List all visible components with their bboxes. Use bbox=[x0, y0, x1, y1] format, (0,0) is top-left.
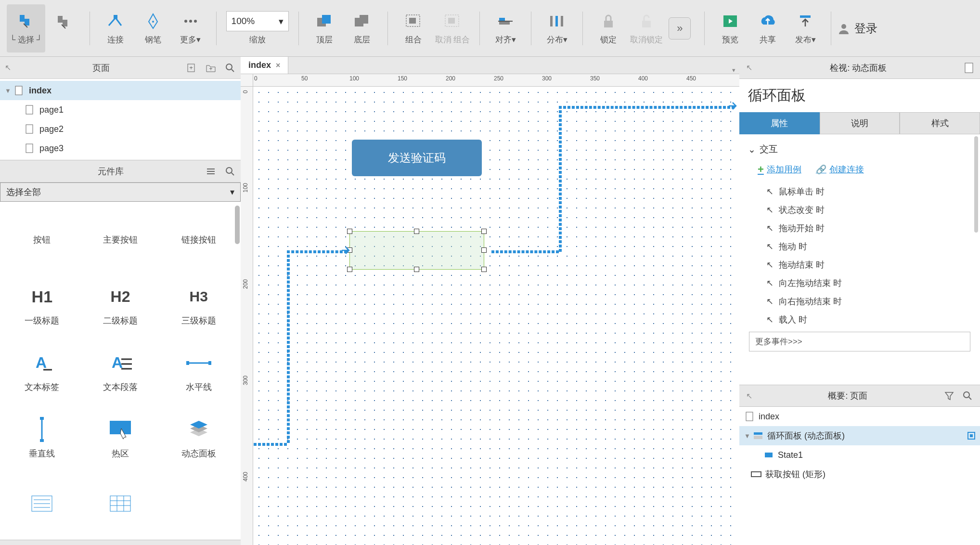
chevron-down-icon[interactable]: ▾ bbox=[732, 66, 735, 74]
widget-extra1[interactable] bbox=[5, 472, 79, 535]
widget-hline[interactable]: 水平线 bbox=[161, 339, 236, 402]
ungroup-button[interactable]: 取消 组合 bbox=[432, 4, 473, 52]
close-tab-icon[interactable]: × bbox=[276, 61, 280, 70]
lock-button[interactable]: 锁定 bbox=[590, 4, 627, 52]
event-onswipeleft[interactable]: ↖向左拖动结束 时 bbox=[748, 274, 971, 292]
horizontal-ruler[interactable]: 0 50 100 150 200 250 300 350 400 450 bbox=[253, 74, 739, 87]
page-item-page1[interactable]: page1 bbox=[0, 100, 241, 119]
widget-link-button[interactable]: 链接按钮 bbox=[161, 207, 236, 269]
widget-extra2[interactable] bbox=[83, 472, 158, 535]
chevron-down-icon[interactable]: ▼ bbox=[744, 432, 753, 440]
widget-hotspot[interactable]: 热区 bbox=[83, 406, 158, 468]
pen-icon bbox=[142, 11, 164, 31]
svg-point-5 bbox=[152, 21, 154, 23]
widget-paragraph[interactable]: A文本段落 bbox=[83, 339, 158, 402]
svg-rect-16 bbox=[448, 18, 455, 24]
popout-icon[interactable]: ↖ bbox=[5, 63, 16, 72]
tab-notes[interactable]: 说明 bbox=[820, 112, 900, 134]
interactions-section[interactable]: ⌄ 交互 bbox=[748, 139, 971, 159]
scrollbar[interactable] bbox=[235, 206, 240, 244]
filter-icon[interactable] bbox=[943, 390, 955, 402]
zoom-input[interactable]: 100%▾ bbox=[226, 11, 289, 31]
pen-tool[interactable]: 钢笔 bbox=[134, 4, 172, 52]
widget-name-field[interactable]: 循环面板 bbox=[739, 79, 980, 112]
select-tool[interactable]: └ 选择 ┘ bbox=[7, 4, 45, 52]
more-tool[interactable]: 更多▾ bbox=[172, 4, 209, 52]
page-item-index[interactable]: ▼ index bbox=[0, 81, 241, 100]
widget-h2[interactable]: H2二级标题 bbox=[83, 273, 158, 336]
selected-dynamic-panel[interactable] bbox=[349, 231, 484, 270]
scrollbar[interactable] bbox=[974, 136, 978, 233]
svg-line-71 bbox=[969, 397, 971, 400]
select2-tool[interactable]: x bbox=[45, 4, 83, 52]
publish-icon bbox=[794, 11, 816, 31]
event-onswiperight[interactable]: ↖向右拖动结束 时 bbox=[748, 292, 971, 311]
connector-line bbox=[253, 443, 287, 446]
preview-button[interactable]: 预览 bbox=[711, 4, 749, 52]
event-onpanelstatechange[interactable]: ↖状态改变 时 bbox=[748, 201, 971, 219]
overflow-button[interactable]: » bbox=[669, 17, 691, 39]
library-selector[interactable]: 选择全部 ▾ bbox=[0, 182, 241, 202]
widget-label[interactable]: A文本标签 bbox=[5, 339, 79, 402]
outline-item-state1[interactable]: State1 bbox=[739, 445, 980, 465]
event-onclick[interactable]: ↖鼠标单击 时 bbox=[748, 182, 971, 201]
popout-icon[interactable]: ↖ bbox=[746, 63, 752, 72]
canvas-widget-button[interactable]: 发送验证码 bbox=[352, 140, 482, 176]
front-button[interactable]: 顶层 bbox=[306, 4, 343, 52]
widget-h3[interactable]: H3三级标题 bbox=[161, 273, 236, 336]
pages-panel: ↖ 页面 + + ▼ index page1 page2 bbox=[0, 57, 241, 160]
share-button[interactable]: 共享 bbox=[749, 4, 787, 52]
chevron-down-icon: ▾ bbox=[563, 35, 567, 44]
more-events-button[interactable]: 更多事件>>> bbox=[749, 332, 970, 351]
tab-properties[interactable]: 属性 bbox=[739, 112, 820, 134]
inspector-tabs: 属性 说明 样式 bbox=[739, 112, 980, 134]
outline-item-panel[interactable]: ▼ 循环面板 (动态面板) bbox=[739, 426, 980, 445]
page-item-page3[interactable]: page3 bbox=[0, 139, 241, 158]
search-icon[interactable] bbox=[962, 390, 973, 402]
widget-dynamic-panel[interactable]: 动态面板 bbox=[161, 406, 236, 468]
group-button[interactable]: 组合 bbox=[395, 4, 432, 52]
event-ondragdrop[interactable]: ↖拖动结束 时 bbox=[748, 256, 971, 274]
widget-h1[interactable]: H1一级标题 bbox=[5, 273, 79, 336]
add-folder-icon[interactable]: + bbox=[205, 62, 217, 74]
add-page-icon[interactable]: + bbox=[186, 62, 197, 74]
search-icon[interactable] bbox=[224, 166, 236, 177]
svg-rect-26 bbox=[800, 15, 811, 18]
page-item-page2[interactable]: page2 bbox=[0, 119, 241, 139]
cursor-icon: ↖ bbox=[765, 187, 774, 196]
publish-button[interactable]: 发布▾ bbox=[787, 4, 824, 52]
tab-index[interactable]: index × bbox=[241, 56, 288, 74]
distribute-button[interactable]: 分布▾ bbox=[538, 4, 576, 52]
login-button[interactable]: 登录 bbox=[835, 17, 880, 40]
menu-icon[interactable] bbox=[205, 166, 217, 177]
tab-style[interactable]: 样式 bbox=[900, 112, 980, 134]
event-onload[interactable]: ↖载入 时 bbox=[748, 311, 971, 329]
widget-button[interactable]: 按钮 bbox=[5, 207, 79, 269]
zoom-control[interactable]: 100%▾ 缩放 bbox=[223, 4, 292, 52]
svg-rect-73 bbox=[754, 432, 762, 435]
widget-primary-button[interactable]: 主要按钮 bbox=[83, 207, 158, 269]
state-icon bbox=[763, 452, 774, 458]
create-link-link[interactable]: 🔗创建连接 bbox=[816, 163, 864, 176]
widget-vline[interactable]: 垂直线 bbox=[5, 406, 79, 468]
align-button[interactable]: 对齐▾ bbox=[487, 4, 524, 52]
unlock-button[interactable]: 取消锁定 bbox=[627, 4, 666, 52]
chevron-down-icon[interactable]: ▼ bbox=[5, 87, 13, 94]
svg-text:+: + bbox=[209, 65, 212, 72]
connect-tool[interactable]: 连接 bbox=[97, 4, 134, 52]
canvas[interactable]: 发送验证码 bbox=[253, 87, 739, 545]
event-ondrag[interactable]: ↖拖动 时 bbox=[748, 237, 971, 256]
add-case-link[interactable]: +添加用例 bbox=[758, 163, 801, 176]
event-ondragstart[interactable]: ↖拖动开始 时 bbox=[748, 219, 971, 237]
back-button[interactable]: 底层 bbox=[343, 4, 381, 52]
outline-header: ↖ 概要: 页面 bbox=[739, 385, 980, 407]
page-icon[interactable] bbox=[965, 63, 973, 73]
outline-item-rect[interactable]: 获取按钮 (矩形) bbox=[739, 465, 980, 484]
search-icon[interactable] bbox=[224, 62, 236, 74]
vertical-ruler[interactable]: 0 100 200 300 400 bbox=[241, 87, 253, 545]
popout-icon[interactable]: ↖ bbox=[746, 391, 752, 401]
svg-rect-36 bbox=[26, 144, 33, 153]
outline-item-index[interactable]: index bbox=[739, 407, 980, 426]
pages-title: 页面 bbox=[16, 62, 186, 74]
page-icon bbox=[13, 85, 24, 96]
